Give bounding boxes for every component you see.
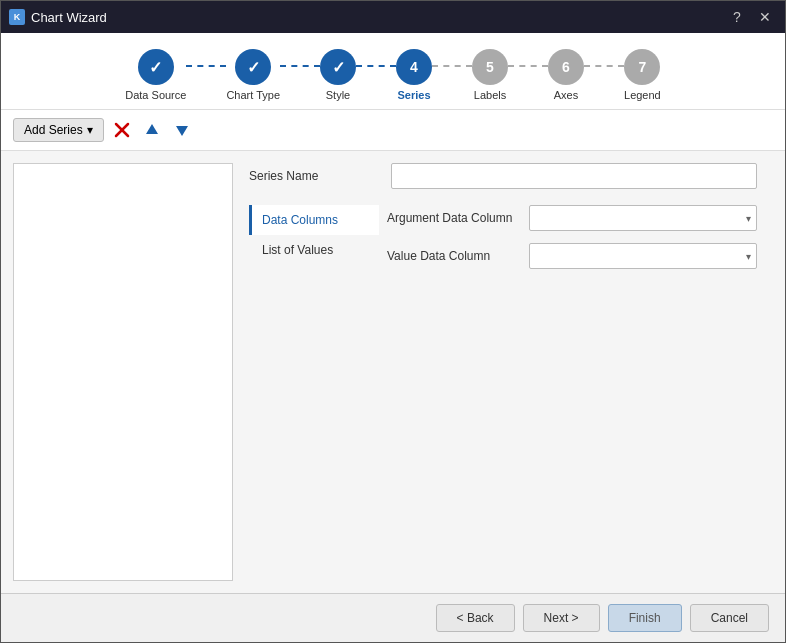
svg-marker-3	[176, 126, 188, 136]
step-4: 4 Series	[396, 49, 432, 101]
right-panel: Series Name Data Columns List of Values	[233, 163, 773, 581]
step-6-circle: 6	[548, 49, 584, 85]
add-series-dropdown-icon: ▾	[87, 123, 93, 137]
step-5-number: 5	[486, 59, 494, 75]
add-series-label: Add Series	[24, 123, 83, 137]
delete-series-button[interactable]	[110, 120, 134, 140]
step-2: ✓ Chart Type	[226, 49, 280, 101]
connector-1	[186, 65, 226, 67]
add-series-button[interactable]: Add Series ▾	[13, 118, 104, 142]
step-1-label: Data Source	[125, 89, 186, 101]
argument-data-column-label: Argument Data Column	[387, 211, 517, 225]
tab-data-columns[interactable]: Data Columns	[249, 205, 379, 235]
step-6-label: Axes	[554, 89, 578, 101]
connector-3	[356, 65, 396, 67]
step-3-circle: ✓	[320, 49, 356, 85]
chart-wizard-window: K Chart Wizard ? ✕ ✓ Data Source ✓ Cha	[0, 0, 786, 643]
value-data-column-wrapper: ▾	[529, 243, 757, 269]
step-7: 7 Legend	[624, 49, 661, 101]
cancel-button[interactable]: Cancel	[690, 604, 769, 632]
svg-marker-2	[146, 124, 158, 134]
close-button[interactable]: ✕	[753, 5, 777, 29]
value-data-column-row: Value Data Column ▾	[387, 243, 757, 269]
step-7-number: 7	[638, 59, 646, 75]
step-7-circle: 7	[624, 49, 660, 85]
step-4-circle: 4	[396, 49, 432, 85]
series-name-row: Series Name	[249, 163, 757, 189]
main-area: Series Name Data Columns List of Values	[1, 151, 785, 593]
next-button[interactable]: Next >	[523, 604, 600, 632]
step-4-number: 4	[410, 59, 418, 75]
step-2-check: ✓	[247, 58, 260, 77]
series-name-input[interactable]	[391, 163, 757, 189]
step-7-label: Legend	[624, 89, 661, 101]
app-icon: K	[9, 9, 25, 25]
step-3: ✓ Style	[320, 49, 356, 101]
title-bar-controls: ? ✕	[725, 5, 777, 29]
help-button[interactable]: ?	[725, 5, 749, 29]
step-3-label: Style	[326, 89, 350, 101]
connector-5	[508, 65, 548, 67]
tab-sidebar: Data Columns List of Values	[249, 205, 379, 269]
step-5: 5 Labels	[472, 49, 508, 101]
argument-data-column-select[interactable]	[529, 205, 757, 231]
move-down-button[interactable]	[170, 120, 194, 140]
back-button[interactable]: < Back	[436, 604, 515, 632]
move-up-button[interactable]	[140, 120, 164, 140]
title-bar: K Chart Wizard ? ✕	[1, 1, 785, 33]
series-name-label: Series Name	[249, 169, 379, 183]
step-2-circle: ✓	[235, 49, 271, 85]
series-toolbar: Add Series ▾	[1, 110, 785, 151]
wizard-steps: ✓ Data Source ✓ Chart Type ✓ Style	[1, 33, 785, 110]
step-2-label: Chart Type	[226, 89, 280, 101]
series-list-panel	[13, 163, 233, 581]
value-data-column-label: Value Data Column	[387, 249, 517, 263]
connector-6	[584, 65, 624, 67]
finish-button[interactable]: Finish	[608, 604, 682, 632]
connector-2	[280, 65, 320, 67]
tab-section: Data Columns List of Values Argument Dat…	[249, 205, 757, 269]
delete-icon	[114, 122, 130, 138]
up-arrow-icon	[144, 122, 160, 138]
step-5-circle: 5	[472, 49, 508, 85]
step-1-circle: ✓	[138, 49, 174, 85]
step-1: ✓ Data Source	[125, 49, 186, 101]
step-6-number: 6	[562, 59, 570, 75]
connector-4	[432, 65, 472, 67]
value-data-column-select[interactable]	[529, 243, 757, 269]
step-6: 6 Axes	[548, 49, 584, 101]
argument-data-column-row: Argument Data Column ▾	[387, 205, 757, 231]
step-3-check: ✓	[332, 58, 345, 77]
window-title: Chart Wizard	[31, 10, 725, 25]
wizard-footer: < Back Next > Finish Cancel	[1, 593, 785, 642]
step-1-check: ✓	[149, 58, 162, 77]
step-4-label: Series	[398, 89, 431, 101]
tab-content-data-columns: Argument Data Column ▾ Value Data Column	[379, 205, 757, 269]
step-5-label: Labels	[474, 89, 506, 101]
tab-list-of-values[interactable]: List of Values	[249, 235, 379, 265]
down-arrow-icon	[174, 122, 190, 138]
argument-data-column-wrapper: ▾	[529, 205, 757, 231]
wizard-content: ✓ Data Source ✓ Chart Type ✓ Style	[1, 33, 785, 642]
